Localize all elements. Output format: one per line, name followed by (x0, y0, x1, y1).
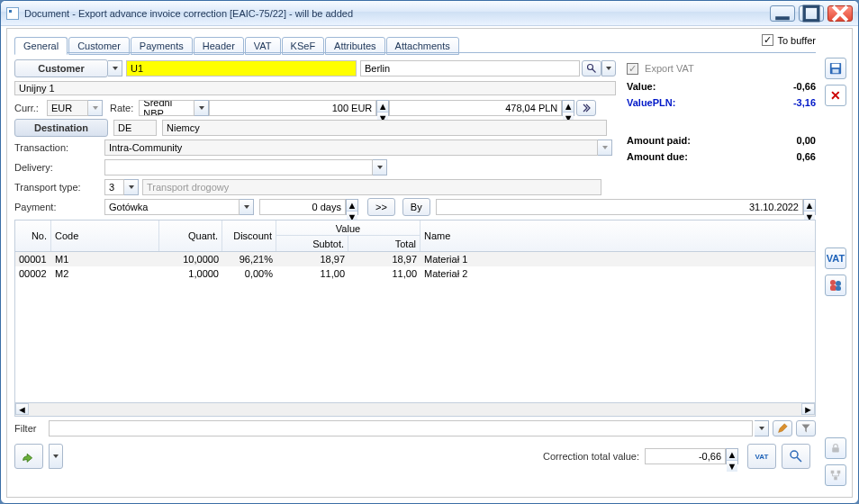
import-button[interactable] (14, 444, 43, 469)
destination-code: DE (113, 120, 157, 136)
transport-code-input[interactable]: 3 (104, 179, 124, 195)
paid-amount: 0,00 (797, 135, 816, 146)
to-buffer-checkbox[interactable] (762, 34, 773, 46)
customer-city-input[interactable]: Berlin (360, 60, 580, 76)
rate-next-button[interactable] (576, 100, 596, 116)
rate-eur-input[interactable]: 100 EUR (209, 100, 376, 116)
correction-spinner[interactable]: ▲▼ (726, 448, 738, 464)
main-panel: Customer U1 Berlin Unijny 1 Curr.: (14, 59, 816, 491)
payment-go-button[interactable]: >> (367, 198, 395, 216)
filter-input[interactable] (49, 420, 753, 436)
transport-label: Transport type: (14, 182, 104, 193)
customer-name-display: Unijny 1 (14, 81, 616, 95)
svg-line-18 (797, 457, 801, 462)
col-subtot[interactable]: Subtot. (276, 235, 348, 251)
payment-date-spinner[interactable]: ▲▼ (803, 199, 816, 215)
minimize-button[interactable] (770, 5, 795, 22)
rate-eur-spinner[interactable]: ▲▼ (376, 100, 389, 116)
export-vat-checkbox (627, 63, 638, 75)
table-row[interactable]: 00002M21,00000,00%11,0011,00Materiał 2 (15, 266, 815, 281)
svg-point-15 (588, 65, 593, 70)
correction-value-input[interactable]: -0,66 (645, 448, 726, 464)
destination-name: Niemcy (162, 120, 607, 136)
delivery-select[interactable] (104, 159, 373, 176)
export-vat-label: Export VAT (645, 63, 694, 74)
right-sidebar: ✕ VAT (823, 58, 848, 491)
col-code[interactable]: Code (51, 220, 159, 251)
destination-header-button[interactable]: Destination (14, 119, 108, 137)
svg-rect-10 (836, 286, 841, 291)
col-name[interactable]: Name (420, 220, 815, 251)
last-sidebar-button[interactable] (825, 464, 846, 486)
lines-body[interactable]: 00001M110,000096,21%18,9718,97Materiał 1… (14, 252, 816, 403)
col-discount[interactable]: Discount (222, 220, 276, 251)
svg-rect-9 (830, 285, 836, 291)
scroll-left-button[interactable]: ◄ (15, 403, 29, 415)
cancel-button[interactable]: ✕ (825, 85, 846, 106)
payment-date-input[interactable]: 31.10.2022 (436, 199, 803, 215)
customer-header-button[interactable]: Customer (14, 59, 108, 77)
rate-type-select[interactable]: Średni NBP (139, 100, 194, 116)
payment-method-dropdown[interactable] (240, 199, 254, 215)
payment-label: Payment: (14, 202, 104, 212)
col-total[interactable]: Total (348, 235, 420, 251)
to-buffer-label: To buffer (777, 35, 816, 46)
rate-pln-input[interactable]: 478,04 PLN (389, 100, 562, 116)
import-dropdown[interactable] (49, 444, 63, 469)
delivery-label: Delivery: (14, 162, 104, 173)
payment-method-select[interactable]: Gotówka (104, 199, 240, 215)
svg-rect-13 (837, 471, 841, 474)
filter-dropdown[interactable] (755, 420, 769, 436)
table-row[interactable]: 00001M110,000096,21%18,9718,97Materiał 1 (15, 252, 815, 266)
to-buffer[interactable]: To buffer (762, 34, 816, 46)
save-button[interactable] (825, 58, 846, 79)
delivery-dropdown[interactable] (373, 159, 387, 176)
svg-line-16 (592, 69, 596, 73)
valuepln-amount: -3,16 (793, 97, 816, 108)
customer-code-input[interactable]: U1 (126, 60, 357, 76)
customer-search-button[interactable] (582, 60, 601, 76)
payment-days-spinner[interactable]: ▲▼ (346, 199, 358, 215)
tab-general[interactable]: General (14, 37, 68, 55)
due-amount: 0,66 (797, 151, 816, 162)
col-quant[interactable]: Quant. (159, 220, 222, 251)
filter-label: Filter (14, 423, 47, 434)
app-icon (6, 7, 19, 20)
customer-menu-dropdown[interactable] (108, 60, 122, 76)
topbar: General Customer Payments Header VAT KSe… (14, 34, 816, 54)
transaction-dropdown[interactable] (598, 140, 612, 156)
vat-sidebar-button[interactable]: VAT (825, 248, 846, 269)
maximize-button[interactable] (799, 5, 824, 22)
value-amount: -0,66 (793, 81, 816, 92)
col-no[interactable]: No. (15, 220, 51, 251)
payment-days-input[interactable]: 0 days (259, 199, 346, 215)
tab-bar: General Customer Payments Header VAT KSe… (14, 35, 459, 53)
currency-value: EUR (47, 100, 88, 116)
svg-point-17 (791, 451, 798, 458)
paid-label: Amount paid: (627, 135, 691, 146)
filter-edit-button[interactable] (773, 420, 792, 436)
transaction-value: Intra-Community (104, 140, 598, 156)
svg-point-8 (836, 281, 841, 286)
footer-preview-button[interactable] (782, 444, 810, 469)
payment-by-button[interactable]: By (402, 198, 430, 216)
transport-code-dropdown[interactable] (124, 179, 139, 195)
lock-button[interactable] (825, 437, 846, 459)
contractor-button[interactable] (825, 274, 846, 296)
titlebar: Document - Export advance invoice correc… (1, 1, 858, 26)
window: Document - Export advance invoice correc… (0, 0, 859, 504)
rate-pln-spinner[interactable]: ▲▼ (562, 100, 574, 116)
lines-hscroll[interactable]: ◄ ► (14, 403, 816, 417)
scroll-right-button[interactable]: ► (801, 403, 815, 415)
summary-block: Export VAT Value:-0,66 ValuePLN:-3,16 Am… (627, 59, 816, 166)
filter-funnel-button[interactable] (796, 420, 816, 436)
svg-rect-11 (832, 447, 839, 452)
currency-dropdown[interactable] (88, 100, 103, 116)
svg-point-7 (830, 280, 836, 285)
footer-vat-button[interactable]: VAT (747, 444, 776, 469)
svg-rect-14 (834, 477, 837, 481)
rate-type-dropdown[interactable] (194, 100, 209, 116)
close-button[interactable] (827, 5, 853, 22)
customer-search-dropdown[interactable] (601, 60, 616, 76)
footer-row: Correction total value: -0,66 ▲▼ VAT (14, 444, 816, 469)
